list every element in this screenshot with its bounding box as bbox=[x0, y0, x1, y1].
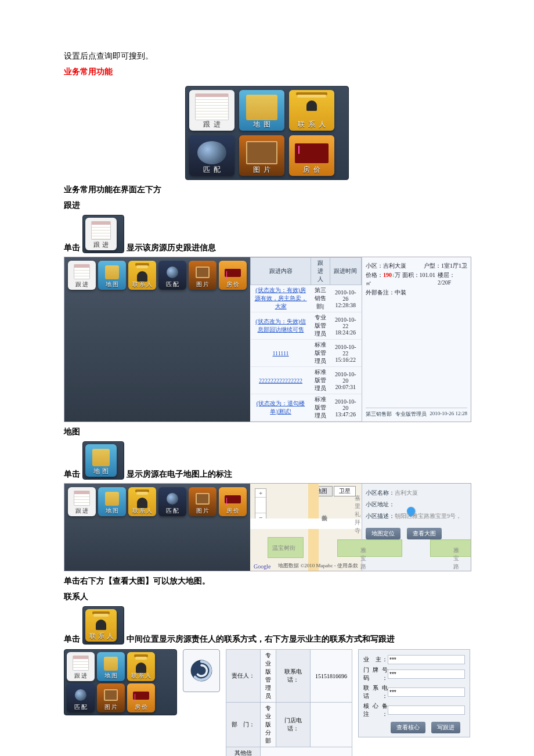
follow-post: 显示该房源历史跟进信息 bbox=[127, 243, 216, 253]
table-row[interactable]: 222222222222222标准版管理员2010-10-20 20:07:31 bbox=[251, 367, 362, 394]
map-left-toolbar: 跟进 地图 联系人 匹配 图片 房价 bbox=[64, 484, 250, 571]
sm3-tile-price[interactable]: 房价 bbox=[127, 683, 155, 712]
map-post: 显示房源在电子地图上的标注 bbox=[127, 469, 232, 480]
sm3-tile-contact[interactable]: 联系人 bbox=[127, 652, 155, 681]
sm3-tile-photo[interactable]: 图片 bbox=[97, 683, 125, 712]
map-pre: 单击 bbox=[64, 469, 80, 480]
sm-tile-contact[interactable]: 联系人 bbox=[128, 261, 156, 290]
th-content: 跟进内容 bbox=[251, 258, 311, 285]
tile-follow[interactable]: 跟进 bbox=[189, 90, 234, 131]
tile-map[interactable]: 地图 bbox=[239, 90, 284, 131]
val-phone: 15151816696 bbox=[311, 650, 352, 703]
sm2-tile-match[interactable]: 匹配 bbox=[158, 487, 186, 516]
heading-map: 地图 bbox=[64, 426, 470, 438]
sm-tile-map[interactable]: 地图 bbox=[98, 261, 126, 290]
btn-sat-view[interactable]: 卫星 bbox=[334, 486, 356, 496]
sm3-tile-match[interactable]: 匹配 bbox=[67, 683, 95, 712]
owner-box: 业 主： 门牌号码： 联系电话： 核心备注： 查看核心 写跟进 bbox=[358, 649, 470, 737]
common-note: 业务常用功能在界面左下方 bbox=[64, 183, 470, 196]
th-person: 跟进人 bbox=[311, 258, 330, 285]
input-owner-phone[interactable] bbox=[388, 687, 465, 697]
sm2-tile-price[interactable]: 房价 bbox=[219, 487, 247, 516]
map-screenshot: 跟进 地图 联系人 匹配 图片 房价 +− 地图 卫星 嘉里礼拜寺 温宝树街 朝… bbox=[64, 483, 471, 571]
contact-left-toolbar: 跟进 地图 联系人 匹配 图片 房价 bbox=[64, 649, 177, 715]
swirl-icon bbox=[183, 649, 220, 692]
tile-contact-single[interactable]: 联系人 bbox=[85, 609, 117, 642]
input-door[interactable] bbox=[388, 669, 465, 679]
th-time: 跟进时间 bbox=[330, 258, 361, 285]
sm3-tile-follow[interactable]: 跟进 bbox=[67, 652, 95, 681]
tile-price[interactable]: 房价 bbox=[289, 135, 334, 176]
follow-pre: 单击 bbox=[64, 243, 80, 253]
sm-tile-price[interactable]: 房价 bbox=[219, 261, 247, 290]
map-label: 嘉里礼拜寺 bbox=[355, 494, 362, 535]
svg-point-0 bbox=[191, 660, 212, 682]
lab-dept: 部 门： bbox=[226, 703, 261, 747]
follow-side-info: 小区：吉利大厦户型：1室1厅1卫 价格：190↓万 面积：101.01㎡楼层：2… bbox=[362, 257, 471, 422]
sm2-tile-map[interactable]: 地图 bbox=[98, 487, 126, 516]
contact-screenshot: 跟进 地图 联系人 匹配 图片 房价 责任人： 专业版管理员 联系电话： 151… bbox=[64, 649, 470, 756]
lab-person: 责任人： bbox=[226, 650, 261, 703]
follow-table: 跟进内容 跟进人 跟进时间 (状态改为：有效)房源有效，房主急卖，大家第三销售部… bbox=[250, 257, 362, 422]
sm3-tile-map[interactable]: 地图 bbox=[97, 652, 125, 681]
tile-photo[interactable]: 图片 bbox=[239, 135, 284, 176]
sm-tile-photo[interactable]: 图片 bbox=[189, 261, 217, 290]
toolbar-panel-large: 跟进 地图 联系人 匹配 图片 房价 bbox=[185, 86, 349, 180]
responsible-table: 责任人： 专业版管理员 联系电话： 15151816696 部 门： 专业版分部… bbox=[226, 649, 352, 756]
follow-screenshot: 跟进 地图 联系人 匹配 图片 房价 跟进内容 跟进人 跟进时间 (状态改为：有… bbox=[64, 257, 471, 422]
tile-contact[interactable]: 联系人 bbox=[289, 90, 334, 131]
lab-other: 其他信息： bbox=[226, 747, 261, 757]
btn-view-big[interactable]: 查看大图 bbox=[407, 528, 442, 539]
val-person: 专业版管理员 bbox=[261, 650, 276, 703]
heading-follow: 跟进 bbox=[64, 199, 470, 211]
map-label: 雅宝路 bbox=[360, 546, 366, 571]
lab-phone: 联系电话： bbox=[276, 650, 311, 703]
follow-left-toolbar: 跟进 地图 联系人 匹配 图片 房价 bbox=[64, 257, 250, 422]
tile-map-single[interactable]: 地图 bbox=[85, 444, 117, 477]
btn-view-core[interactable]: 查看核心 bbox=[391, 722, 425, 733]
google-logo: Google bbox=[254, 563, 270, 570]
map-label: 雅宝路 bbox=[453, 546, 459, 571]
sm-tile-follow[interactable]: 跟进 bbox=[68, 261, 96, 290]
val-dept: 专业版分部 bbox=[261, 703, 276, 747]
tile-match[interactable]: 匹配 bbox=[189, 135, 234, 176]
map-zoom-control[interactable]: +− bbox=[255, 488, 266, 523]
contact-post: 中间位置显示房源责任人的联系方式，右下方显示业主的联系方式和写跟进 bbox=[127, 634, 395, 645]
tile-follow-single[interactable]: 跟进 bbox=[85, 218, 117, 250]
val-store bbox=[311, 703, 352, 747]
map-label: 温宝树街 bbox=[272, 544, 295, 552]
table-row[interactable]: 111111标准版管理员2010-10-22 15:16:22 bbox=[251, 340, 362, 367]
map-note: 单击右下方【查看大图】可以放大地图。 bbox=[64, 575, 470, 587]
common-functions-title: 业务常用功能 bbox=[64, 66, 470, 78]
sm-tile-match[interactable]: 匹配 bbox=[158, 261, 186, 290]
input-core-memo[interactable] bbox=[388, 705, 465, 715]
sm2-tile-photo[interactable]: 图片 bbox=[189, 487, 217, 516]
table-row[interactable]: (状态改为：失效)信息部回访继续可售专业版管理员2010-10-22 18:24… bbox=[251, 312, 362, 340]
sm2-tile-contact[interactable]: 联系人 bbox=[128, 487, 156, 516]
input-owner[interactable] bbox=[388, 655, 465, 664]
intro-line: 设置后点查询即可搜到。 bbox=[64, 50, 470, 62]
sm2-tile-follow[interactable]: 跟进 bbox=[68, 487, 96, 516]
lab-store: 门店电话： bbox=[276, 703, 311, 747]
table-row[interactable]: (状态改为：退勾楼单)测试!标准版管理员2010-10-20 13:47:26 bbox=[251, 394, 362, 422]
tile-follow-single-wrap: 跟进 bbox=[82, 215, 124, 253]
map-credit: 地图数据 ©2010 Mapabc - 使用条款 bbox=[278, 562, 358, 570]
btn-locate[interactable]: 地图定位 bbox=[366, 528, 400, 539]
heading-contact: 联系人 bbox=[64, 591, 470, 603]
map-canvas[interactable]: +− 地图 卫星 嘉里礼拜寺 温宝树街 朝外头条 雅宝路 雅宝路 Google … bbox=[250, 484, 362, 571]
btn-write-follow[interactable]: 写跟进 bbox=[431, 722, 460, 733]
contact-pre: 单击 bbox=[64, 634, 80, 645]
val-other bbox=[261, 747, 352, 757]
table-row[interactable]: (状态改为：有效)房源有效，房主急卖，大家第三销售部||2010-10-26 1… bbox=[251, 285, 362, 312]
tile-map-single-wrap: 地图 bbox=[82, 441, 124, 480]
tile-contact-single-wrap: 联系人 bbox=[82, 606, 124, 645]
